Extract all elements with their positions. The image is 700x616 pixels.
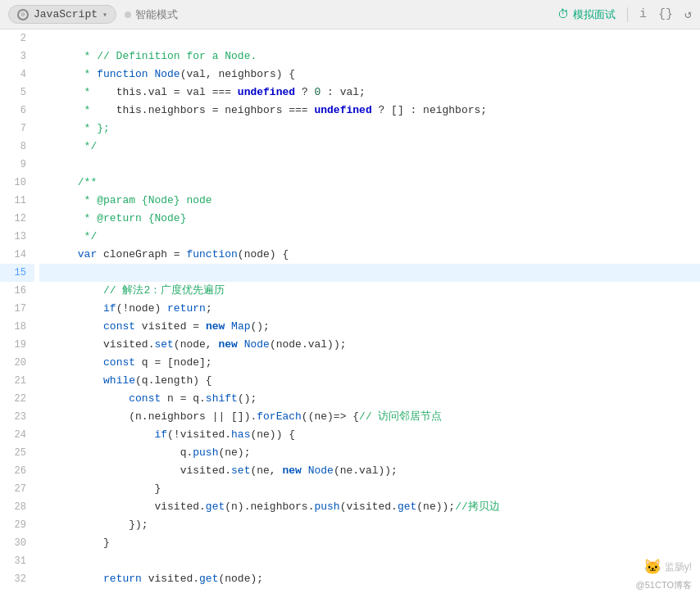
lang-selector[interactable]: ⊙ JavaScript ▾	[8, 5, 116, 24]
line-num-4: 4	[0, 66, 34, 84]
toolbar: ⊙ JavaScript ▾ 智能模式 ⏱ 模拟面试 i {} ↺	[0, 0, 700, 29]
line-num-3: 3	[0, 48, 34, 66]
line-num-12: 12	[0, 210, 34, 228]
code-content[interactable]: * // Definition for a Node. * function N…	[34, 29, 700, 616]
line-num-9: 9	[0, 156, 34, 174]
line-num-26: 26	[0, 462, 34, 480]
line-num-16: 16	[0, 282, 34, 300]
toolbar-right: ⏱ 模拟面试 i {} ↺	[557, 7, 692, 22]
code-line-7: */	[39, 120, 700, 138]
line-num-13: 13	[0, 228, 34, 246]
line-num-22: 22	[0, 390, 34, 408]
chevron-down-icon: ▾	[102, 10, 107, 20]
line-num-30: 30	[0, 534, 34, 552]
line-num-15: 15	[0, 264, 34, 282]
line-num-10: 10	[0, 174, 34, 192]
editor: 2 3 4 5 6 7 8 9 10 11 12 13 14 15 16 17 …	[0, 29, 700, 616]
separator	[627, 7, 628, 22]
watermark-line2: @51CTO博客	[636, 578, 692, 592]
line-num-18: 18	[0, 318, 34, 336]
line-num-2: 2	[0, 29, 34, 48]
line-num-29: 29	[0, 516, 34, 534]
info-icon[interactable]: i	[639, 7, 647, 21]
smart-mode-toggle[interactable]: 智能模式	[125, 7, 178, 22]
code-line-13: var cloneGraph = function(node) {	[39, 228, 700, 246]
line-numbers: 2 3 4 5 6 7 8 9 10 11 12 13 14 15 16 17 …	[0, 29, 34, 616]
code-line-15: // 解法2：广度优先遍历	[39, 264, 700, 282]
watermark: 🐱 监肠y! @51CTO博客	[636, 556, 692, 592]
line-num-11: 11	[0, 192, 34, 210]
code-line-2: * // Definition for a Node.	[39, 29, 700, 48]
lang-icon: ⊙	[17, 9, 29, 20]
line-num-21: 21	[0, 372, 34, 390]
code-line-9: /**	[39, 156, 700, 174]
line-num-32: 32	[0, 570, 34, 588]
line-num-7: 7	[0, 120, 34, 138]
line-num-14: 14	[0, 246, 34, 264]
line-num-31: 31	[0, 552, 34, 570]
line-num-20: 20	[0, 354, 34, 372]
code-icon[interactable]: {}	[658, 7, 673, 21]
line-num-23: 23	[0, 408, 34, 426]
line-num-25: 25	[0, 444, 34, 462]
mock-btn-label: 模拟面试	[573, 7, 616, 22]
code-line-10: * @param {Node} node	[39, 174, 700, 192]
watermark-cat-icon: 🐱	[643, 556, 661, 578]
line-num-17: 17	[0, 300, 34, 318]
line-num-19: 19	[0, 336, 34, 354]
line-num-6: 6	[0, 102, 34, 120]
mock-interview-button[interactable]: ⏱ 模拟面试	[557, 7, 616, 22]
smart-mode-dot	[125, 11, 131, 18]
refresh-icon[interactable]: ↺	[684, 7, 692, 22]
code-line-8	[39, 138, 700, 156]
line-num-8: 8	[0, 138, 34, 156]
code-line-30	[39, 534, 700, 552]
clock-icon: ⏱	[557, 8, 569, 21]
watermark-line1: 监肠y!	[665, 559, 692, 574]
line-num-5: 5	[0, 84, 34, 102]
line-num-28: 28	[0, 498, 34, 516]
line-num-27: 27	[0, 480, 34, 498]
line-num-24: 24	[0, 426, 34, 444]
code-line-31: return visited.get(node);	[39, 552, 700, 570]
lang-label: JavaScript	[34, 8, 98, 20]
smart-mode-label: 智能模式	[135, 7, 178, 22]
